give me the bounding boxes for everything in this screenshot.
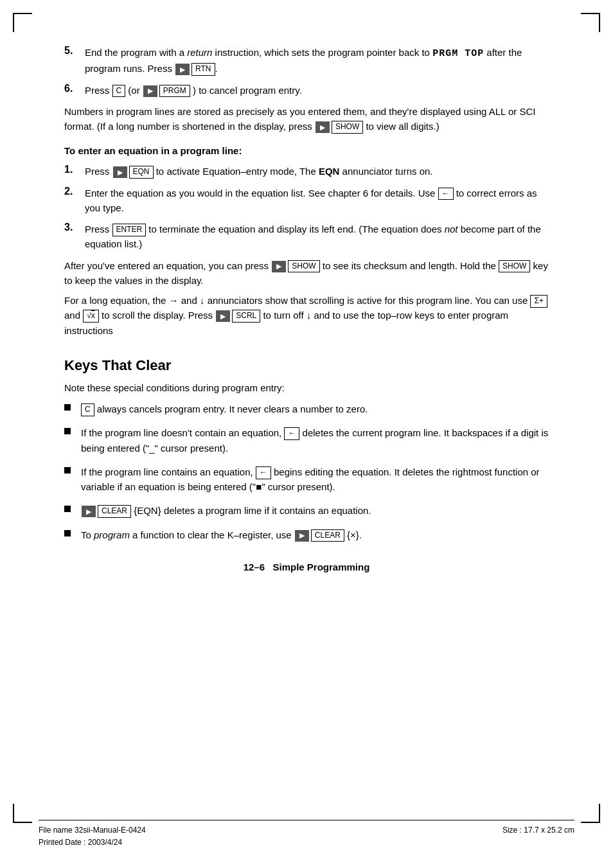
key-c: C <box>112 85 126 98</box>
list-item-6: 6. Press C (or ▶PRGM ) to cancel program… <box>64 83 549 98</box>
corner-br <box>581 804 600 823</box>
keys-that-clear-heading: Keys That Clear <box>64 357 549 374</box>
bullet-icon-3 <box>64 467 71 474</box>
key-backspace-3: ← <box>256 466 271 479</box>
page-section-label: 12–6 Simple Programming <box>64 562 549 572</box>
eq-item-2: 2. Enter the equation as you would in th… <box>64 186 549 216</box>
footer-date: Printed Date : 2003/4/24 <box>39 837 574 849</box>
footer-filename: File name 32sii-Manual-E-0424 <box>39 824 146 837</box>
list-item-5: 5. End the program with a return instruc… <box>64 45 549 76</box>
key-clear-2: CLEAR <box>311 529 344 542</box>
eq-item-content-3: Press ENTER to terminate the equation an… <box>85 222 549 252</box>
list-item-clear-k: To program a function to clear the K–reg… <box>64 527 549 542</box>
list-item-backspace-eq: If the program line contains an equation… <box>64 465 549 495</box>
footer-row: File name 32sii-Manual-E-0424 Size : 17.… <box>39 824 574 837</box>
footer-divider <box>39 820 574 820</box>
list-item-clear-eqn: ▶CLEAR {EQN} deletes a program lime if i… <box>64 503 549 518</box>
key-backspace-2: ← <box>284 427 299 440</box>
bullet-icon-1 <box>64 404 71 411</box>
page: 5. End the program with a return instruc… <box>0 0 613 868</box>
footer: File name 32sii-Manual-E-0424 Size : 17.… <box>39 820 574 849</box>
shift-key-icon-5: ▶ <box>272 261 286 272</box>
key-show-2: SHOW <box>288 260 319 273</box>
bullet-content-4: ▶CLEAR {EQN} deletes a program lime if i… <box>81 503 549 518</box>
eq-item-1: 1. Press ▶EQN to activate Equation–entry… <box>64 164 549 179</box>
key-show: SHOW <box>332 121 363 134</box>
bullet-content-1: C always cancels program entry. It never… <box>81 402 549 416</box>
shift-key-icon-7: ▶ <box>82 506 96 517</box>
key-sigma: Σ+ <box>530 295 547 308</box>
key-backspace-1: ← <box>438 188 454 200</box>
eq-item-content-2: Enter the equation as you would in the e… <box>85 186 549 216</box>
eq-item-3: 3. Press ENTER to terminate the equation… <box>64 222 549 252</box>
bullet-icon-2 <box>64 428 71 434</box>
item-number-6: 6. <box>64 83 85 94</box>
bullet-content-3: If the program line contains an equation… <box>81 465 549 495</box>
equation-heading: To enter an equation in a program line: <box>64 145 549 156</box>
bullet-list: C always cancels program entry. It never… <box>64 402 549 542</box>
corner-tl <box>13 13 32 32</box>
footer-size: Size : 17.7 x 25.2 cm <box>502 824 574 837</box>
key-prgm: PRGM <box>159 85 190 98</box>
shift-key-icon: ▶ <box>175 64 190 75</box>
eq-item-number-1: 1. <box>64 164 85 175</box>
key-eqn: EQN <box>129 166 154 179</box>
key-clear-1: CLEAR <box>98 505 131 518</box>
key-sqrt: √x <box>83 310 99 323</box>
key-enter: ENTER <box>112 224 147 236</box>
main-content: 5. End the program with a return instruc… <box>51 39 562 579</box>
corner-bl <box>13 804 32 823</box>
item-content-5: End the program with a return instructio… <box>85 45 549 76</box>
key-scrl: SCRL <box>232 310 260 323</box>
key-rtn: RTN <box>191 63 215 76</box>
shift-key-icon-3: ▶ <box>315 121 330 133</box>
shift-key-icon-2: ▶ <box>143 85 157 97</box>
eq-item-number-2: 2. <box>64 186 85 197</box>
item-number-5: 5. <box>64 45 85 57</box>
shift-key-icon-8: ▶ <box>295 530 309 542</box>
eq-item-content-1: Press ▶EQN to activate Equation–entry mo… <box>85 164 549 179</box>
para-numbers: Numbers in program lines are stored as p… <box>64 104 549 134</box>
bullet-icon-5 <box>64 530 71 536</box>
eq-item-number-3: 3. <box>64 222 85 233</box>
key-c-2: C <box>81 403 94 416</box>
para-after-eq: After you've entered an equation, you ca… <box>64 258 549 288</box>
bullet-icon-4 <box>64 506 71 512</box>
shift-key-icon-4: ▶ <box>113 166 127 178</box>
list-item-backspace-noeq: If the program line doesn't contain an e… <box>64 425 549 456</box>
bullet-content-2: If the program line doesn't contain an e… <box>81 425 549 456</box>
para-scroll: For a long equation, the → and ↓ annunci… <box>64 293 549 338</box>
shift-key-icon-6: ▶ <box>216 310 230 322</box>
bullet-content-5: To program a function to clear the K–reg… <box>81 527 549 542</box>
list-item-c: C always cancels program entry. It never… <box>64 402 549 416</box>
item-content-6: Press C (or ▶PRGM ) to cancel program en… <box>85 83 549 98</box>
keys-that-clear-intro: Note these special conditions during pro… <box>64 380 549 395</box>
key-show-3: SHOW <box>499 260 530 273</box>
corner-tr <box>581 13 600 32</box>
